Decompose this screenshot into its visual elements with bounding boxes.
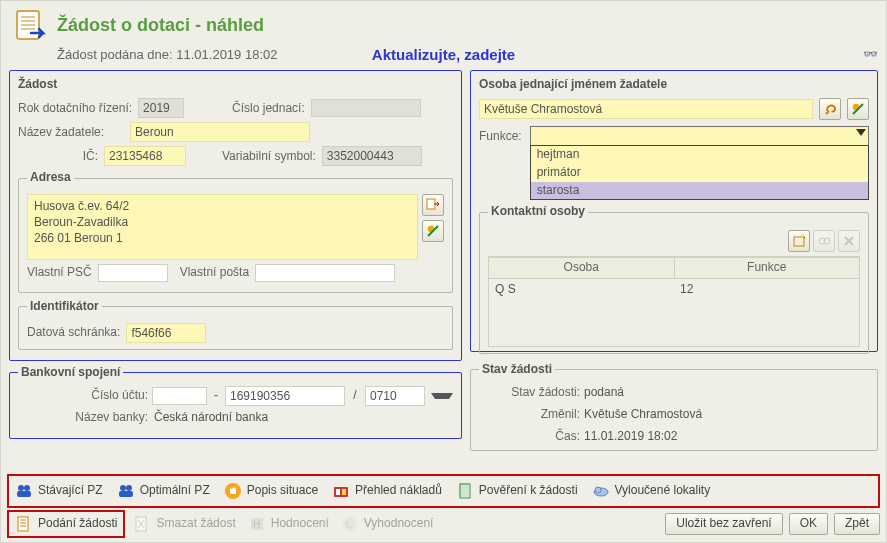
rating-icon: H bbox=[248, 515, 266, 533]
vs-field: 3352000443 bbox=[322, 146, 422, 166]
back-button[interactable]: Zpět bbox=[834, 513, 880, 535]
posta-field[interactable] bbox=[255, 264, 395, 282]
stav-label: Stav žádosti: bbox=[479, 385, 584, 401]
th-osoba: Osoba bbox=[489, 258, 675, 278]
toolbar: Stávající PZ Optimální PZ Popis situace … bbox=[7, 474, 880, 508]
addr-pick-button[interactable] bbox=[422, 194, 444, 216]
contact-add-button[interactable] bbox=[788, 230, 810, 252]
b1-label: Podání žádosti bbox=[38, 516, 117, 532]
t4-label: Přehled nákladů bbox=[355, 483, 442, 499]
ds-field[interactable]: f546f66 bbox=[126, 323, 206, 343]
svg-point-15 bbox=[120, 485, 126, 491]
glasses-icon[interactable]: 👓 bbox=[863, 47, 878, 63]
t6-label: Vyloučené lokality bbox=[615, 483, 711, 499]
submit-icon bbox=[15, 515, 33, 533]
psc-field[interactable] bbox=[98, 264, 168, 282]
funkce-dropdown[interactable] bbox=[530, 126, 869, 146]
cas-value: 11.01.2019 18:02 bbox=[584, 429, 869, 445]
ic-field[interactable]: 23135468 bbox=[104, 146, 186, 166]
ic-label: IČ: bbox=[18, 149, 98, 165]
tool-vyloucene-lokality[interactable]: Vyloučené lokality bbox=[592, 482, 711, 500]
contact-view-button bbox=[813, 230, 835, 252]
cas-label: Čas: bbox=[479, 429, 584, 445]
ident-legend: Identifikátor bbox=[27, 299, 102, 315]
svg-point-12 bbox=[18, 485, 24, 491]
cu-main[interactable]: 169190356 bbox=[225, 386, 345, 406]
cu-sep2: / bbox=[349, 388, 361, 404]
cu-label: Číslo účtu: bbox=[18, 388, 148, 404]
ok-button[interactable]: OK bbox=[789, 513, 828, 535]
tool-popis-situace[interactable]: Popis situace bbox=[224, 482, 318, 500]
bank-fieldset: Bankovní spojení Číslo účtu: - 169190356… bbox=[9, 365, 462, 439]
ident-fieldset: Identifikátor Datová schránka: f546f66 bbox=[18, 299, 453, 350]
t5-label: Pověření k žádosti bbox=[479, 483, 578, 499]
stav-value: podaná bbox=[584, 385, 869, 401]
svg-point-16 bbox=[126, 485, 132, 491]
cost-icon bbox=[332, 482, 350, 500]
bank-name-label: Název banky: bbox=[18, 410, 148, 426]
stav-fieldset: Stav žádosti Stav žádosti: podaná Změnil… bbox=[470, 362, 878, 451]
svg-rect-21 bbox=[342, 489, 346, 495]
zadost-box: Žádost Rok dotačního řízení: 2019 Číslo … bbox=[9, 70, 462, 361]
posta-label: Vlastní pošta bbox=[180, 265, 249, 281]
tool-povereni[interactable]: Pověření k žádosti bbox=[456, 482, 578, 500]
adresa-legend: Adresa bbox=[27, 170, 74, 186]
document-icon bbox=[456, 482, 474, 500]
save-button[interactable]: Uložit bez zavření bbox=[665, 513, 782, 535]
people-icon bbox=[117, 482, 135, 500]
cu-prefix[interactable] bbox=[152, 387, 207, 405]
button-bar: Podání žádosti Smazat žádost H Hodnocení… bbox=[7, 510, 880, 538]
osoba-edit-button[interactable] bbox=[847, 98, 869, 120]
cj-field bbox=[311, 99, 421, 117]
addr-l3: 266 01 Beroun 1 bbox=[34, 230, 411, 246]
podani-zadosti-button[interactable]: Podání žádosti bbox=[15, 515, 117, 533]
psc-label: Vlastní PSČ bbox=[27, 265, 92, 281]
funkce-dropdown-list: hejtman primátor starosta bbox=[530, 145, 869, 200]
svg-rect-17 bbox=[119, 491, 133, 497]
td-osoba: Q S bbox=[489, 279, 674, 301]
kontakty-fieldset: Kontaktní osoby Osoba Funkce bbox=[479, 204, 869, 354]
nazev-field[interactable]: Beroun bbox=[130, 122, 310, 142]
td-funkce: 12 bbox=[674, 279, 859, 301]
rok-field: 2019 bbox=[138, 98, 184, 118]
svg-point-9 bbox=[802, 235, 805, 238]
osoba-pick-button[interactable] bbox=[819, 98, 841, 120]
hand-icon bbox=[224, 482, 242, 500]
contacts-table: Osoba Funkce Q S 12 bbox=[488, 256, 860, 347]
zmenil-label: Změnil: bbox=[479, 407, 584, 423]
table-row[interactable]: Q S 12 bbox=[489, 279, 859, 301]
svg-rect-14 bbox=[17, 491, 31, 497]
vyhodnoceni-button: Vyhodnocení bbox=[341, 515, 434, 533]
osoba-legend: Osoba jednající jménem žadatele bbox=[479, 77, 869, 93]
svg-rect-26 bbox=[18, 517, 28, 531]
funkce-opt-hejtman[interactable]: hejtman bbox=[531, 146, 868, 164]
zmenil-value: Květuše Chramostová bbox=[584, 407, 869, 423]
tool-stavajici-pz[interactable]: Stávající PZ bbox=[15, 482, 103, 500]
delete-icon bbox=[133, 515, 151, 533]
svg-rect-23 bbox=[459, 483, 469, 497]
vs-label: Variabilní symbol: bbox=[222, 149, 316, 165]
header: Žádost o dotaci - náhled Žádost podána d… bbox=[1, 1, 886, 66]
bank-legend: Bankovní spojení bbox=[18, 365, 123, 381]
cu-code-dropdown[interactable] bbox=[431, 393, 453, 399]
adresa-box: Husova č.ev. 64/2 Beroun-Zavadilka 266 0… bbox=[27, 194, 418, 260]
cu-code[interactable]: 0710 bbox=[365, 386, 425, 406]
chevron-down-icon bbox=[856, 129, 866, 136]
osoba-name-field[interactable]: Květuše Chramostová bbox=[479, 99, 813, 119]
funkce-label: Funkce: bbox=[479, 129, 522, 145]
svg-point-33 bbox=[343, 517, 357, 531]
svg-point-13 bbox=[24, 485, 30, 491]
d3-label: Vyhodnocení bbox=[364, 516, 434, 532]
cj-label: Číslo jednací: bbox=[232, 101, 305, 117]
rok-label: Rok dotačního řízení: bbox=[18, 101, 132, 117]
funkce-opt-primator[interactable]: primátor bbox=[531, 164, 868, 182]
tool-prehled-nakladu[interactable]: Přehled nákladů bbox=[332, 482, 442, 500]
funkce-opt-starosta[interactable]: starosta bbox=[531, 182, 868, 200]
svg-rect-5 bbox=[427, 199, 435, 209]
notify-text: Aktualizujte, zadejte bbox=[1, 45, 886, 65]
zadost-legend: Žádost bbox=[18, 77, 453, 93]
cu-sep1: - bbox=[211, 388, 221, 404]
bank-name: Česká národní banka bbox=[154, 410, 268, 426]
tool-optimalni-pz[interactable]: Optimální PZ bbox=[117, 482, 210, 500]
addr-edit-button[interactable] bbox=[422, 220, 444, 242]
